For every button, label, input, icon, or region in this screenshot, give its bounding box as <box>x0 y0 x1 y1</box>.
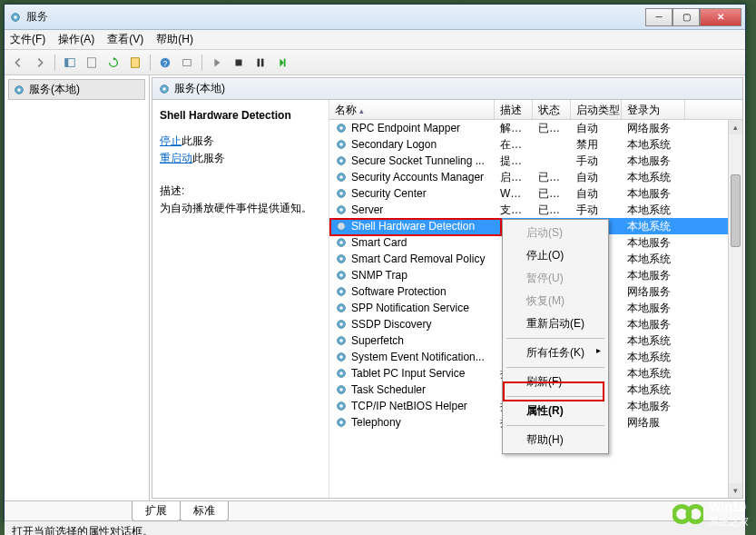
ctx-properties[interactable]: 属性(R) <box>505 400 606 422</box>
svg-point-20 <box>339 143 343 146</box>
service-startup: 自动 <box>571 186 622 202</box>
ctx-stop[interactable]: 停止(O) <box>505 244 606 267</box>
service-name: Secure Socket Tunneling ... <box>351 154 485 167</box>
tab-extended[interactable]: 扩展 <box>132 501 181 521</box>
stop-button[interactable] <box>229 53 249 73</box>
service-name: Tablet PC Input Service <box>351 367 465 380</box>
gear-icon <box>335 367 348 380</box>
svg-point-34 <box>339 257 343 261</box>
svg-point-1 <box>14 15 17 19</box>
service-startup: 手动 <box>571 203 622 218</box>
ctx-help[interactable]: 帮助(H) <box>505 429 606 451</box>
show-hide-button[interactable] <box>60 53 80 73</box>
service-row[interactable]: Server支持...已启动手动本地系统 <box>329 202 742 218</box>
tree-pane: 服务(本地) <box>5 75 150 500</box>
service-desc: 支持... <box>495 203 533 218</box>
ctx-restart[interactable]: 重新启动(E) <box>505 312 606 335</box>
svg-point-54 <box>339 421 343 424</box>
close-button[interactable] <box>700 8 741 26</box>
view-tabs: 扩展 标准 <box>5 500 745 520</box>
col-logon[interactable]: 登录为 <box>622 100 685 119</box>
svg-rect-57 <box>692 505 699 508</box>
gear-icon <box>335 154 348 167</box>
service-desc: 解析... <box>495 121 533 136</box>
service-logon: 本地服务 <box>622 268 685 283</box>
svg-rect-11 <box>261 58 264 66</box>
tab-standard[interactable]: 标准 <box>180 501 229 521</box>
svg-rect-9 <box>236 59 242 65</box>
list-pane: 服务(本地) Shell Hardware Detection 停止此服务 重启… <box>152 77 743 499</box>
service-status: 已启动 <box>533 121 571 136</box>
menu-help[interactable]: 帮助(H) <box>156 32 193 47</box>
svg-point-26 <box>339 192 343 195</box>
service-desc: 在不... <box>495 137 533 153</box>
toolbar-icon[interactable] <box>177 53 197 73</box>
svg-point-56 <box>688 507 703 522</box>
svg-point-46 <box>339 355 343 359</box>
ctx-resume: 恢复(M) <box>505 290 606 312</box>
separator <box>150 54 151 71</box>
svg-point-14 <box>17 88 21 92</box>
service-logon: 本地系统 <box>622 333 685 349</box>
refresh-button[interactable] <box>103 53 123 73</box>
window-title: 服务 <box>26 9 645 25</box>
menu-action[interactable]: 操作(A) <box>58 32 94 47</box>
svg-point-38 <box>339 290 343 293</box>
scroll-down[interactable]: ▾ <box>729 483 742 498</box>
play-button[interactable] <box>207 53 227 73</box>
menu-view[interactable]: 查看(V) <box>107 32 143 47</box>
gear-icon <box>335 285 348 298</box>
service-logon: 本地服务 <box>622 399 685 414</box>
service-logon: 本地系统 <box>622 170 685 185</box>
svg-point-22 <box>339 159 343 163</box>
maximize-button[interactable] <box>673 8 700 26</box>
export-button[interactable] <box>82 53 102 73</box>
tree-root[interactable]: 服务(本地) <box>8 79 145 100</box>
service-row[interactable]: Secondary Logon在不...禁用本地系统 <box>329 136 742 153</box>
service-startup: 禁用 <box>571 137 622 153</box>
gear-icon <box>335 400 348 412</box>
gear-icon <box>335 351 348 363</box>
svg-point-18 <box>339 126 343 130</box>
gear-icon <box>335 383 348 396</box>
forward-button[interactable] <box>30 53 50 73</box>
gear-icon <box>335 416 348 429</box>
minimize-button[interactable] <box>645 8 673 26</box>
restart-button[interactable] <box>272 53 292 73</box>
service-logon: 本地系统 <box>622 137 685 153</box>
svg-point-32 <box>339 241 343 244</box>
service-logon: 网络服务 <box>622 284 685 300</box>
stop-link[interactable]: 停止 <box>160 134 182 147</box>
service-startup: 手动 <box>571 154 622 169</box>
properties-button[interactable] <box>125 53 145 73</box>
service-logon: 本地系统 <box>622 382 685 398</box>
help-button[interactable]: ? <box>155 53 175 73</box>
col-status[interactable]: 状态 <box>533 100 571 119</box>
col-desc[interactable]: 描述 <box>495 100 533 119</box>
list-header-bar: 服务(本地) <box>152 78 742 100</box>
ctx-start: 启动(S) <box>505 222 606 244</box>
svg-point-48 <box>339 372 343 375</box>
pause-button[interactable] <box>250 53 270 73</box>
restart-link[interactable]: 重启动 <box>160 152 192 164</box>
col-startup[interactable]: 启动类型 <box>571 100 622 119</box>
gear-icon <box>335 253 348 265</box>
titlebar[interactable]: 服务 <box>5 5 745 30</box>
service-name: Smart Card <box>351 236 407 249</box>
scroll-thumb[interactable] <box>731 174 741 247</box>
watermark: Win10 系统之家 <box>673 499 749 530</box>
col-name[interactable]: 名称 <box>329 100 495 119</box>
ctx-refresh[interactable]: 刷新(F) <box>505 371 606 393</box>
scroll-up[interactable]: ▴ <box>729 120 742 134</box>
service-row[interactable]: Security Accounts Manager启动...已启动自动本地系统 <box>329 169 742 185</box>
service-row[interactable]: RPC Endpoint Mapper解析...已启动自动网络服务 <box>329 120 742 136</box>
vertical-scrollbar[interactable]: ▴ ▾ <box>728 120 742 498</box>
ctx-pause: 暂停(U) <box>505 267 606 290</box>
service-row[interactable]: Secure Socket Tunneling ...提供...手动本地服务 <box>329 153 742 169</box>
menu-file[interactable]: 文件(F) <box>10 32 45 47</box>
ctx-all-tasks[interactable]: 所有任务(K) <box>505 342 606 364</box>
svg-point-36 <box>339 273 343 277</box>
service-row[interactable]: Security CenterWSC...已启动自动本地服务 <box>329 185 742 202</box>
gear-icon <box>335 220 348 233</box>
back-button[interactable] <box>8 53 28 73</box>
